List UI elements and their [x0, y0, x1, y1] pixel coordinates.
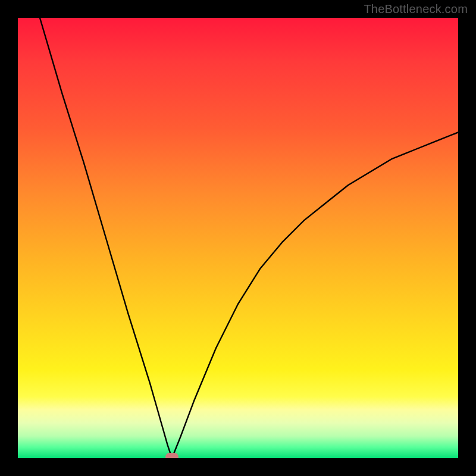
chart-frame: TheBottleneck.com: [0, 0, 476, 476]
optimum-marker: [165, 453, 178, 458]
watermark-text: TheBottleneck.com: [364, 2, 468, 16]
bottleneck-curve: [18, 18, 458, 458]
plot-area: [18, 18, 458, 458]
